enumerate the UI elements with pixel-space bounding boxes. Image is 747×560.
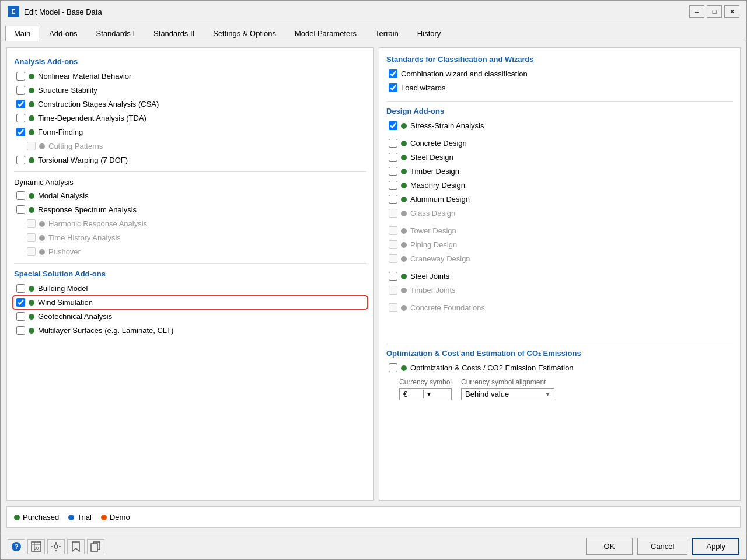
main-window: E Edit Model - Base Data – □ ✕ Main Add-… (0, 0, 747, 560)
label-concrete-design: Concrete Design (410, 139, 467, 148)
cb-piping-design (389, 240, 397, 249)
label-wind-simulation: Wind Simulation (38, 298, 93, 307)
title-bar: E Edit Model - Base Data – □ ✕ (1, 1, 746, 23)
label-piping-design: Piping Design (410, 240, 457, 249)
cb-aluminum-design[interactable] (389, 195, 397, 204)
dot-response-spectrum (29, 207, 34, 213)
copy-button[interactable] (87, 539, 104, 554)
item-load-wizards: Load wizards (386, 82, 733, 93)
design-section: Design Add-ons Stress-Strain Analysis Co… (386, 107, 733, 313)
item-response-spectrum: Response Spectrum Analysis (14, 204, 366, 215)
label-timber-design: Timber Design (410, 167, 459, 176)
cb-tda[interactable] (16, 114, 25, 123)
alignment-dropdown[interactable]: Behind value ▼ (461, 388, 554, 400)
dot-time-history (39, 235, 45, 241)
table-button[interactable]: 00 (27, 539, 45, 554)
dot-craneway-design (401, 256, 407, 262)
bottom-buttons: OK Cancel Apply (586, 538, 739, 555)
label-stability: Structure Stability (38, 86, 97, 94)
cb-combination-wizard[interactable] (389, 69, 397, 78)
item-tower-design: Tower Design (386, 225, 733, 236)
item-optimization: Optimization & Costs / CO2 Emission Esti… (386, 362, 733, 373)
cb-csa[interactable] (16, 100, 25, 108)
item-piping-design: Piping Design (386, 239, 733, 250)
config-button[interactable] (47, 539, 65, 554)
minimize-button[interactable]: – (689, 5, 704, 18)
cb-steel-design[interactable] (389, 153, 397, 162)
standards-section: Standards for Classification and Wizards… (386, 55, 733, 93)
item-modal: Modal Analysis (14, 190, 366, 201)
title-bar-left: E Edit Model - Base Data (8, 6, 102, 18)
help-button[interactable]: ? (8, 539, 25, 554)
cb-nonlinear[interactable] (16, 72, 25, 80)
legend-demo-label: Demo (110, 513, 130, 522)
item-combination-wizard: Combination wizard and classification (386, 68, 733, 79)
optimization-title: Optimization & Cost and Estimation of CO… (386, 349, 733, 358)
label-form-finding: Form-Finding (38, 128, 83, 136)
cb-load-wizards[interactable] (389, 83, 397, 92)
cb-concrete-foundations (389, 303, 397, 312)
label-building-model: Building Model (38, 284, 88, 293)
cb-timber-design[interactable] (389, 167, 397, 176)
label-nonlinear: Nonlinear Material Behavior (38, 72, 131, 80)
optimization-section: Optimization & Cost and Estimation of CO… (386, 349, 733, 400)
cb-masonry-design[interactable] (389, 181, 397, 190)
cb-steel-joints[interactable] (389, 272, 397, 281)
tab-terrain[interactable]: Terrain (366, 26, 407, 41)
cb-form-finding[interactable] (16, 128, 25, 136)
cancel-button[interactable]: Cancel (637, 538, 687, 555)
cb-stress-strain[interactable] (389, 121, 397, 130)
cb-stability[interactable] (16, 86, 25, 94)
label-concrete-foundations: Concrete Foundations (410, 303, 485, 312)
item-wind-simulation: Wind Simulation (14, 297, 366, 308)
dot-timber-joints (401, 288, 407, 293)
app-icon: E (8, 6, 19, 18)
cb-wind-simulation[interactable] (16, 298, 25, 307)
ok-button[interactable]: OK (586, 538, 633, 555)
alignment-field: Currency symbol alignment Behind value ▼ (461, 378, 554, 400)
label-tda: Time-Dependent Analysis (TDA) (38, 114, 146, 123)
legend-purchased: Purchased (14, 513, 59, 522)
bookmark-button[interactable] (67, 539, 85, 554)
dot-torsional (29, 158, 34, 163)
tab-standards-i[interactable]: Standards I (88, 26, 144, 41)
label-cutting-patterns: Cutting Patterns (48, 142, 103, 150)
cb-concrete-design[interactable] (389, 139, 397, 148)
dot-cutting-patterns (39, 144, 45, 149)
tab-main[interactable]: Main (5, 26, 39, 41)
label-torsional: Torsional Warping (7 DOF) (38, 156, 128, 164)
item-concrete-design: Concrete Design (386, 138, 733, 149)
cb-response-spectrum[interactable] (16, 205, 25, 214)
standards-title: Standards for Classification and Wizards (386, 55, 733, 64)
legend-trial: Trial (68, 513, 92, 522)
cb-torsional[interactable] (16, 156, 25, 164)
alignment-value: Behind value (465, 390, 509, 398)
apply-button[interactable]: Apply (692, 538, 739, 555)
cb-modal[interactable] (16, 191, 25, 200)
label-load-wizards: Load wizards (401, 83, 446, 92)
tab-model-parameters[interactable]: Model Parameters (286, 26, 365, 41)
tab-addons[interactable]: Add-ons (40, 26, 86, 41)
help-icon: ? (11, 541, 22, 552)
dot-form-finding (29, 130, 34, 135)
tab-settings[interactable]: Settings & Options (204, 26, 285, 41)
cb-optimization[interactable] (389, 363, 397, 372)
dot-steel-joints (401, 274, 407, 279)
label-response-spectrum: Response Spectrum Analysis (38, 205, 137, 214)
currency-label: Currency symbol (399, 378, 452, 386)
cb-multilayer[interactable] (16, 326, 25, 335)
tab-standards-ii[interactable]: Standards II (145, 26, 203, 41)
item-form-finding: Form-Finding (14, 127, 366, 138)
dot-glass-design (401, 211, 407, 216)
currency-input[interactable] (400, 388, 423, 400)
maximize-button[interactable]: □ (707, 5, 722, 18)
cb-cutting-patterns (27, 142, 36, 150)
item-timber-design: Timber Design (386, 166, 733, 177)
cb-geotechnical[interactable] (16, 312, 25, 321)
cb-building-model[interactable] (16, 284, 25, 293)
close-button[interactable]: ✕ (724, 5, 739, 18)
currency-dropdown-arrow[interactable]: ▼ (423, 390, 434, 398)
design-title: Design Add-ons (386, 107, 733, 116)
tab-bar: Main Add-ons Standards I Standards II Se… (1, 23, 746, 41)
tab-history[interactable]: History (409, 26, 449, 41)
